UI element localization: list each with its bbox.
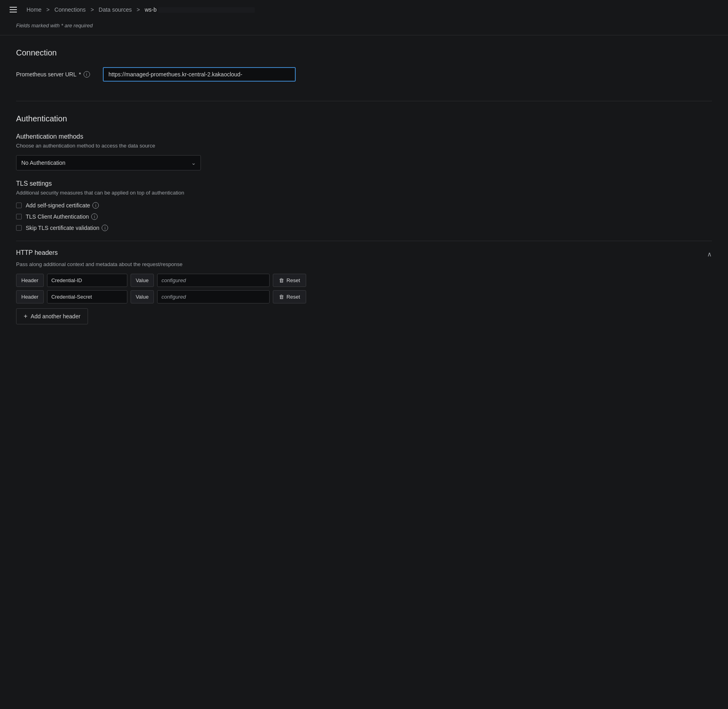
breadcrumb-sep-1: > (46, 6, 49, 13)
prometheus-url-row: Prometheus server URL * i (16, 67, 712, 82)
http-headers-section: HTTP headers ∧ Pass along additional con… (16, 241, 712, 324)
tls-client-info-icon[interactable]: i (91, 213, 98, 220)
skip-tls-info-icon[interactable]: i (102, 225, 108, 231)
checkbox-tls-client-label: TLS Client Authentication i (26, 213, 98, 220)
value-configured-1: configured (157, 274, 270, 287)
checkbox-skip-tls-label: Skip TLS certificate validation i (26, 225, 108, 231)
breadcrumb-current: ws-b (145, 6, 255, 13)
prometheus-url-info-icon[interactable]: i (84, 71, 90, 78)
breadcrumb-connections[interactable]: Connections (55, 6, 86, 13)
header-row-1: Header Value configured 🗑 Reset (16, 274, 712, 287)
value-tag-2: Value (131, 290, 154, 303)
header-name-input-2[interactable] (47, 290, 127, 303)
checkbox-self-signed-label: Add self-signed certificate i (26, 202, 99, 209)
auth-methods-desc: Choose an authentication method to acces… (16, 143, 712, 149)
breadcrumb-home[interactable]: Home (27, 6, 41, 13)
value-tag-1: Value (131, 274, 154, 287)
hamburger-menu[interactable] (10, 7, 17, 12)
auth-select-wrapper: No Authentication Basic authentication W… (16, 155, 201, 170)
http-headers-header: HTTP headers ∧ (16, 249, 712, 259)
reset-button-2[interactable]: 🗑 Reset (273, 290, 306, 303)
authentication-title: Authentication (16, 114, 712, 123)
breadcrumb-sep-3: > (137, 6, 140, 13)
prometheus-url-input[interactable] (103, 67, 296, 82)
checkbox-tls-client[interactable] (16, 214, 22, 219)
self-signed-info-icon[interactable]: i (92, 202, 99, 209)
prometheus-url-label: Prometheus server URL * i (16, 71, 96, 78)
header-tag-2: Header (16, 290, 44, 303)
plus-icon: + (24, 313, 27, 320)
checkbox-self-signed[interactable] (16, 203, 22, 208)
value-configured-2: configured (157, 290, 270, 303)
http-headers-subtitle: HTTP headers (16, 249, 58, 256)
auth-method-select[interactable]: No Authentication Basic authentication W… (16, 155, 201, 170)
reset-button-1[interactable]: 🗑 Reset (273, 274, 306, 287)
http-headers-desc: Pass along additional context and metada… (16, 261, 712, 267)
checkbox-row-skip-tls: Skip TLS certificate validation i (16, 225, 712, 231)
connection-title: Connection (16, 48, 712, 57)
redacted-bar (158, 7, 255, 13)
breadcrumb-datasources[interactable]: Data sources (99, 6, 132, 13)
auth-methods-subtitle: Authentication methods (16, 133, 712, 140)
checkbox-row-tls-client: TLS Client Authentication i (16, 213, 712, 220)
authentication-section: Authentication Authentication methods Ch… (16, 101, 712, 337)
http-headers-collapse-icon[interactable]: ∧ (707, 250, 712, 258)
checkbox-skip-tls[interactable] (16, 225, 22, 231)
required-note: Fields marked with * are required (0, 19, 728, 35)
trash-icon-1: 🗑 (279, 277, 284, 283)
required-asterisk: * (79, 71, 81, 78)
auth-methods-group: Authentication methods Choose an authent… (16, 133, 712, 170)
connection-section: Connection Prometheus server URL * i (16, 35, 712, 101)
trash-icon-2: 🗑 (279, 294, 284, 300)
headers-table: Header Value configured 🗑 Reset Header V… (16, 274, 712, 303)
breadcrumb-sep-2: > (90, 6, 94, 13)
add-another-header-button[interactable]: + Add another header (16, 308, 88, 324)
top-nav: Home > Connections > Data sources > ws-b (0, 0, 728, 19)
checkbox-row-self-signed: Add self-signed certificate i (16, 202, 712, 209)
tls-desc: Additional security measures that can be… (16, 190, 712, 196)
header-row-2: Header Value configured 🗑 Reset (16, 290, 712, 303)
add-header-label: Add another header (31, 313, 80, 320)
tls-section: TLS settings Additional security measure… (16, 180, 712, 231)
header-name-input-1[interactable] (47, 274, 127, 287)
header-tag-1: Header (16, 274, 44, 287)
tls-subtitle: TLS settings (16, 180, 712, 187)
main-content: Connection Prometheus server URL * i Aut… (0, 35, 728, 337)
